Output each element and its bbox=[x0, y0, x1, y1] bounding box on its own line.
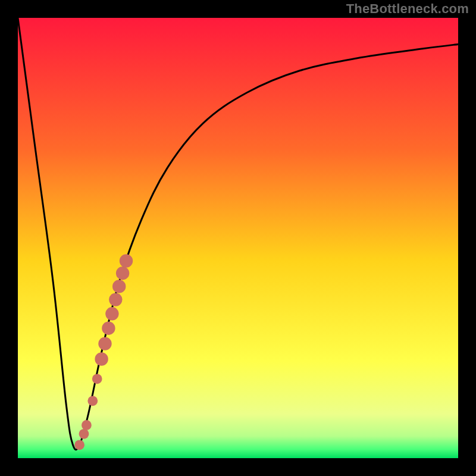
highlight-dot bbox=[105, 307, 118, 320]
highlight-dot bbox=[79, 429, 89, 439]
highlight-dot bbox=[116, 267, 129, 280]
watermark-text: TheBottleneck.com bbox=[346, 1, 469, 17]
highlight-dot bbox=[92, 374, 102, 384]
highlight-dot bbox=[112, 280, 126, 293]
highlight-dot bbox=[74, 440, 84, 450]
highlight-dot bbox=[109, 293, 122, 306]
highlight-dot bbox=[82, 420, 92, 430]
bottleneck-chart bbox=[0, 0, 476, 476]
highlight-dot bbox=[102, 322, 115, 335]
highlight-dot bbox=[98, 337, 111, 350]
highlight-dot bbox=[87, 396, 98, 406]
highlight-dot bbox=[95, 352, 108, 365]
highlight-dot bbox=[120, 254, 133, 267]
plot-area bbox=[18, 18, 458, 458]
chart-frame: TheBottleneck.com bbox=[0, 0, 476, 476]
